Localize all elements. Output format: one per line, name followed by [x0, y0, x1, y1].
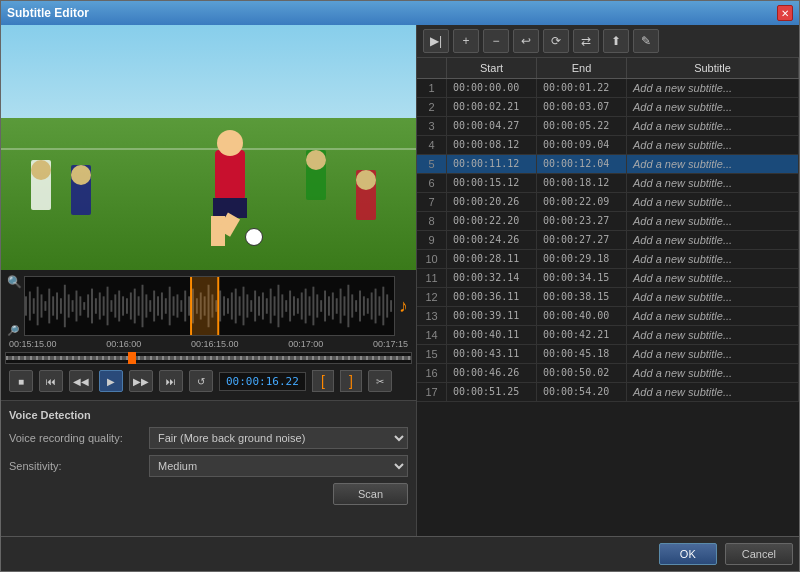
row-subtitle[interactable]: Add a new subtitle... [627, 155, 799, 173]
zoom-out-btn[interactable]: 🔎 [7, 326, 22, 336]
table-row[interactable]: 6 00:00:15.12 00:00:18.12 Add a new subt… [417, 174, 799, 193]
table-row[interactable]: 1 00:00:00.00 00:00:01.22 Add a new subt… [417, 79, 799, 98]
tool-edit-btn[interactable]: ✎ [633, 29, 659, 53]
svg-rect-5 [44, 301, 46, 311]
table-row[interactable]: 10 00:00:28.11 00:00:29.18 Add a new sub… [417, 250, 799, 269]
quality-select[interactable]: Fair (More back ground noise) [149, 427, 408, 449]
waveform-display[interactable] [24, 276, 395, 336]
table-row[interactable]: 9 00:00:24.26 00:00:27.27 Add a new subt… [417, 231, 799, 250]
row-end: 00:00:38.15 [537, 288, 627, 306]
svg-rect-79 [332, 292, 334, 319]
svg-rect-24 [118, 291, 120, 322]
table-row[interactable]: 11 00:00:32.14 00:00:34.15 Add a new sub… [417, 269, 799, 288]
table-row[interactable]: 14 00:00:40.11 00:00:42.21 Add a new sub… [417, 326, 799, 345]
video-preview [1, 25, 416, 270]
col-num-header [417, 58, 447, 78]
svg-rect-55 [239, 296, 241, 315]
row-subtitle[interactable]: Add a new subtitle... [627, 345, 799, 363]
close-button[interactable]: ✕ [777, 5, 793, 21]
row-subtitle[interactable]: Add a new subtitle... [627, 117, 799, 135]
row-subtitle[interactable]: Add a new subtitle... [627, 212, 799, 230]
row-end: 00:00:01.22 [537, 79, 627, 97]
row-subtitle[interactable]: Add a new subtitle... [627, 364, 799, 382]
row-end: 00:00:40.00 [537, 307, 627, 325]
repeat-button[interactable]: ↺ [189, 370, 213, 392]
row-end: 00:00:03.07 [537, 98, 627, 116]
table-row[interactable]: 5 00:00:11.12 00:00:12.04 Add a new subt… [417, 155, 799, 174]
scrubber-track[interactable] [6, 356, 411, 360]
table-row[interactable]: 12 00:00:36.11 00:00:38.15 Add a new sub… [417, 288, 799, 307]
row-subtitle[interactable]: Add a new subtitle... [627, 307, 799, 325]
tool-play-btn[interactable]: ▶| [423, 29, 449, 53]
scrubber-bar[interactable] [5, 352, 412, 364]
svg-rect-58 [250, 300, 252, 312]
rewind-button[interactable]: ◀◀ [69, 370, 93, 392]
right-panel: ▶| + − ↩ ⟳ ⇄ ⬆ ✎ Start End Subtitle 1 0 [416, 25, 799, 536]
scrubber-position[interactable] [128, 352, 136, 364]
table-row[interactable]: 13 00:00:39.11 00:00:40.00 Add a new sub… [417, 307, 799, 326]
tool-swap-btn[interactable]: ⇄ [573, 29, 599, 53]
bracket-open-button[interactable]: [ [312, 370, 334, 392]
row-subtitle[interactable]: Add a new subtitle... [627, 269, 799, 287]
row-subtitle[interactable]: Add a new subtitle... [627, 193, 799, 211]
svg-rect-33 [153, 291, 155, 322]
forward-button[interactable]: ▶▶ [129, 370, 153, 392]
svg-rect-73 [309, 296, 311, 315]
prev-track-button[interactable]: ⏮ [39, 370, 63, 392]
timeline-label-5: 00:17:15 [373, 339, 408, 349]
row-subtitle[interactable]: Add a new subtitle... [627, 136, 799, 154]
svg-rect-61 [262, 292, 264, 319]
scissors-button[interactable]: ✂ [368, 370, 392, 392]
scan-button[interactable]: Scan [333, 483, 408, 505]
row-subtitle[interactable]: Add a new subtitle... [627, 383, 799, 401]
row-subtitle[interactable]: Add a new subtitle... [627, 98, 799, 116]
play-button[interactable]: ▶ [99, 370, 123, 392]
svg-rect-42 [188, 296, 190, 315]
zoom-in-btn[interactable]: 🔍 [7, 276, 22, 288]
tool-refresh-btn[interactable]: ⟳ [543, 29, 569, 53]
row-subtitle[interactable]: Add a new subtitle... [627, 326, 799, 344]
table-row[interactable]: 4 00:00:08.12 00:00:09.04 Add a new subt… [417, 136, 799, 155]
svg-rect-12 [72, 300, 74, 312]
sensitivity-select[interactable]: Medium [149, 455, 408, 477]
row-subtitle[interactable]: Add a new subtitle... [627, 250, 799, 268]
stop-button[interactable]: ■ [9, 370, 33, 392]
scan-btn-container: Scan [9, 483, 408, 505]
row-start: 00:00:24.26 [447, 231, 537, 249]
tool-export-btn[interactable]: ⬆ [603, 29, 629, 53]
svg-rect-89 [371, 292, 373, 319]
tool-remove-btn[interactable]: − [483, 29, 509, 53]
table-row[interactable]: 8 00:00:22.20 00:00:23.27 Add a new subt… [417, 212, 799, 231]
row-subtitle[interactable]: Add a new subtitle... [627, 174, 799, 192]
svg-rect-60 [258, 296, 260, 315]
timeline-label-2: 00:16:00 [106, 339, 141, 349]
controls-area: 🔍 🔎 [1, 270, 416, 400]
subtitle-table[interactable]: 1 00:00:00.00 00:00:01.22 Add a new subt… [417, 79, 799, 536]
tool-add-btn[interactable]: + [453, 29, 479, 53]
table-row[interactable]: 16 00:00:46.26 00:00:50.02 Add a new sub… [417, 364, 799, 383]
row-end: 00:00:45.18 [537, 345, 627, 363]
row-start: 00:00:04.27 [447, 117, 537, 135]
next-track-button[interactable]: ⏭ [159, 370, 183, 392]
table-row[interactable]: 17 00:00:51.25 00:00:54.20 Add a new sub… [417, 383, 799, 402]
row-subtitle[interactable]: Add a new subtitle... [627, 231, 799, 249]
cancel-button[interactable]: Cancel [725, 543, 793, 565]
svg-rect-8 [56, 292, 58, 319]
table-row[interactable]: 2 00:00:02.21 00:00:03.07 Add a new subt… [417, 98, 799, 117]
table-row[interactable]: 15 00:00:43.11 00:00:45.18 Add a new sub… [417, 345, 799, 364]
playback-controls: ■ ⏮ ◀◀ ▶ ▶▶ ⏭ ↺ 00:00:16.22 [ ] ✂ [5, 366, 412, 396]
tool-return-btn[interactable]: ↩ [513, 29, 539, 53]
table-row[interactable]: 7 00:00:20.26 00:00:22.09 Add a new subt… [417, 193, 799, 212]
row-num: 11 [417, 269, 447, 287]
table-row[interactable]: 3 00:00:04.27 00:00:05.22 Add a new subt… [417, 117, 799, 136]
sensitivity-label: Sensitivity: [9, 460, 149, 472]
svg-rect-2 [33, 298, 35, 313]
ok-button[interactable]: OK [659, 543, 717, 565]
row-subtitle[interactable]: Add a new subtitle... [627, 79, 799, 97]
row-subtitle[interactable]: Add a new subtitle... [627, 288, 799, 306]
svg-rect-70 [297, 298, 299, 313]
row-start: 00:00:20.26 [447, 193, 537, 211]
bracket-close-button[interactable]: ] [340, 370, 362, 392]
svg-rect-7 [52, 296, 54, 315]
row-num: 12 [417, 288, 447, 306]
